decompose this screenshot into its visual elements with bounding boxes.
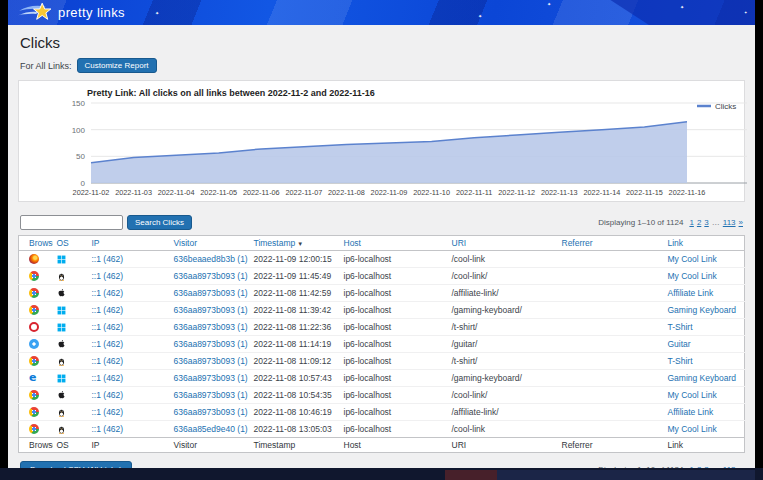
svg-text:0: 0 <box>81 179 86 188</box>
cell-uri: /gaming-keyboard/ <box>448 370 558 387</box>
visitor-link[interactable]: 636aa8973b093 (1) <box>174 390 248 400</box>
pretty-link[interactable]: My Cool Link <box>668 271 717 281</box>
svg-text:2022-11-14: 2022-11-14 <box>584 188 621 197</box>
cell-visitor: 636aa8973b093 (1) <box>170 336 250 353</box>
cell-timestamp: 2022-11-08 11:14:19 <box>250 336 340 353</box>
ip-link[interactable]: ::1 (462) <box>92 356 124 366</box>
col-visitor[interactable]: Visitor <box>170 236 250 251</box>
ip-link[interactable]: ::1 (462) <box>92 390 124 400</box>
linux-icon <box>57 424 66 435</box>
pretty-link[interactable]: Gaming Keyboard <box>668 373 737 383</box>
cell-host: ip6-localhost <box>340 319 448 336</box>
ip-link[interactable]: ::1 (462) <box>92 271 124 281</box>
ip-link[interactable]: ::1 (462) <box>92 288 124 298</box>
cell-os <box>53 387 88 404</box>
pretty-link[interactable]: Guitar <box>668 339 691 349</box>
visitor-link[interactable]: 636aa85ed9e40 (1) <box>174 424 248 434</box>
cell-os <box>53 336 88 353</box>
ip-link[interactable]: ::1 (462) <box>92 254 124 264</box>
cell-referrer <box>558 370 664 387</box>
col-browser[interactable]: Browser <box>19 236 53 251</box>
pretty-link[interactable]: My Cool Link <box>668 254 717 264</box>
visitor-link[interactable]: 636aa8973b093 (1) <box>174 339 248 349</box>
cell-browser <box>19 268 53 285</box>
cell-uri: /cool-link <box>448 251 558 268</box>
cell-link: Affiliate Link <box>664 404 745 421</box>
pretty-link[interactable]: Affiliate Link <box>668 407 714 417</box>
visitor-link[interactable]: 636aa8973b093 (1) <box>174 305 248 315</box>
screen: ✦ ✦ ✦ ✦ ✦ pretty links Clicks For All Li… <box>0 0 763 480</box>
cell-referrer <box>558 285 664 302</box>
clicks-area-chart: 0501001502022-11-022022-11-032022-11-042… <box>19 81 756 201</box>
linux-icon <box>57 271 66 282</box>
svg-text:2022-11-16: 2022-11-16 <box>669 188 706 197</box>
col-link[interactable]: Link <box>664 236 745 251</box>
col-timestamp[interactable]: Timestamp▼ <box>250 236 340 251</box>
table-row: ::1 (462) 636aa85ed9e40 (1) 2022-11-08 1… <box>19 421 745 438</box>
cell-ip: ::1 (462) <box>88 251 170 268</box>
footer-col-referrer: Referrer <box>558 438 664 453</box>
visitor-link[interactable]: 636aa8973b093 (1) <box>174 373 248 383</box>
search-input[interactable] <box>20 215 123 230</box>
ip-link[interactable]: ::1 (462) <box>92 373 124 383</box>
cell-os <box>53 268 88 285</box>
ip-link[interactable]: ::1 (462) <box>92 322 124 332</box>
table-row: ::1 (462) 636aa8973b093 (1) 2022-11-08 1… <box>19 319 745 336</box>
col-os[interactable]: OS <box>53 236 88 251</box>
next-page-link[interactable]: » <box>739 218 743 227</box>
cell-link: My Cool Link <box>664 251 745 268</box>
page-link-2[interactable]: 2 <box>697 218 701 227</box>
taskbar-segment <box>445 470 497 480</box>
visitor-link[interactable]: 636aa8973b093 (1) <box>174 288 248 298</box>
pretty-link[interactable]: My Cool Link <box>668 424 717 434</box>
cell-referrer <box>558 404 664 421</box>
cell-visitor: 636aa8973b093 (1) <box>170 353 250 370</box>
col-uri[interactable]: URI <box>448 236 558 251</box>
ip-link[interactable]: ::1 (462) <box>92 424 124 434</box>
table-row: ::1 (462) 636aa8973b093 (1) 2022-11-08 1… <box>19 336 745 353</box>
cell-referrer <box>558 251 664 268</box>
visitor-link[interactable]: 636beaaed8b3b (1) <box>174 254 248 264</box>
ip-link[interactable]: ::1 (462) <box>92 339 124 349</box>
cell-link: Guitar <box>664 336 745 353</box>
windows-icon <box>57 323 66 332</box>
pretty-link[interactable]: T-Shirt <box>668 322 693 332</box>
ip-link[interactable]: ::1 (462) <box>92 305 124 315</box>
cell-host: ip6-localhost <box>340 285 448 302</box>
cell-link: Affiliate Link <box>664 285 745 302</box>
footer-col-ip: IP <box>88 438 170 453</box>
visitor-link[interactable]: 636aa8973b093 (1) <box>174 407 248 417</box>
screen-edge-right <box>755 0 763 480</box>
cell-os <box>53 302 88 319</box>
cell-timestamp: 2022-11-08 11:22:36 <box>250 319 340 336</box>
page-link-3[interactable]: 3 <box>704 218 708 227</box>
col-ip[interactable]: IP <box>88 236 170 251</box>
pretty-link[interactable]: T-Shirt <box>668 356 693 366</box>
cell-timestamp: 2022-11-08 11:42:59 <box>250 285 340 302</box>
cell-ip: ::1 (462) <box>88 370 170 387</box>
cell-os <box>53 319 88 336</box>
footer-col-browser: Browser <box>19 438 53 453</box>
pretty-link[interactable]: Affiliate Link <box>668 288 714 298</box>
pretty-link[interactable]: My Cool Link <box>668 390 717 400</box>
ip-link[interactable]: ::1 (462) <box>92 407 124 417</box>
cell-host: ip6-localhost <box>340 387 448 404</box>
cell-browser <box>19 251 53 268</box>
col-referrer[interactable]: Referrer <box>558 236 664 251</box>
visitor-link[interactable]: 636aa8973b093 (1) <box>174 322 248 332</box>
cell-ip: ::1 (462) <box>88 404 170 421</box>
svg-text:2022-11-08: 2022-11-08 <box>328 188 365 197</box>
pretty-links-logo: pretty links <box>18 1 125 24</box>
page-link-1[interactable]: 1 <box>689 218 693 227</box>
visitor-link[interactable]: 636aa8973b093 (1) <box>174 271 248 281</box>
svg-text:2022-11-05: 2022-11-05 <box>200 188 237 197</box>
pretty-link[interactable]: Gaming Keyboard <box>668 305 737 315</box>
footer-col-timestamp: Timestamp <box>250 438 340 453</box>
customize-report-button[interactable]: Customize Report <box>77 58 157 73</box>
col-host[interactable]: Host <box>340 236 448 251</box>
search-clicks-button[interactable]: Search Clicks <box>127 215 192 230</box>
cell-visitor: 636beaaed8b3b (1) <box>170 251 250 268</box>
page-link-113[interactable]: 113 <box>723 218 736 227</box>
visitor-link[interactable]: 636aa8973b093 (1) <box>174 356 248 366</box>
svg-text:2022-11-09: 2022-11-09 <box>371 188 408 197</box>
